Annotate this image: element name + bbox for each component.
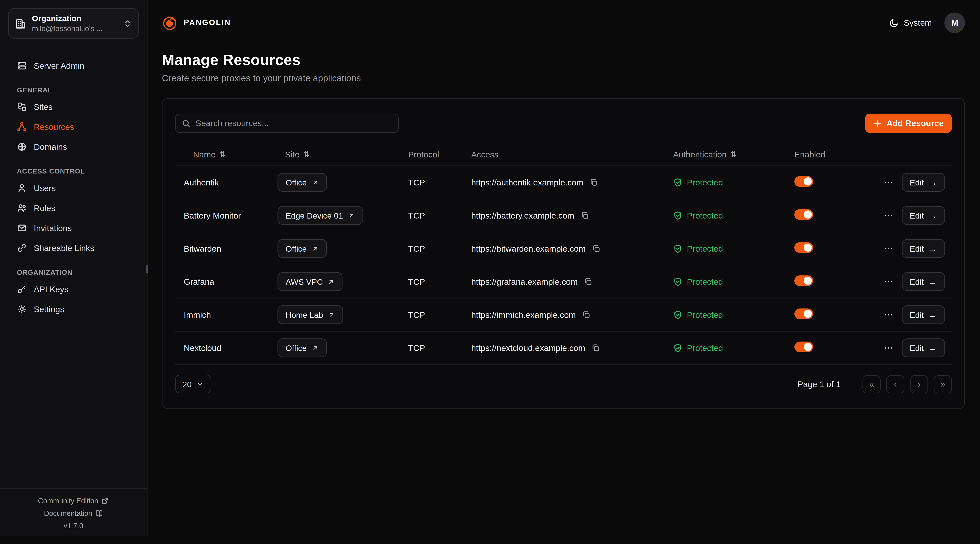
site-link-button[interactable]: Office — [278, 239, 327, 258]
avatar-initial: M — [951, 18, 958, 27]
arrow-right-icon: → — [929, 211, 937, 220]
sidebar-resize-handle[interactable] — [146, 265, 148, 274]
table-header-row: Name⇅ Site⇅ Protocol Access Authenticati… — [175, 143, 952, 166]
enabled-toggle[interactable] — [794, 341, 813, 352]
resource-name: Bitwarden — [184, 244, 278, 253]
sidebar-item-api-keys[interactable]: API Keys — [0, 279, 147, 299]
row-menu-button[interactable]: ⋯ — [884, 309, 893, 320]
sidebar-item-shareable-links[interactable]: Shareable Links — [0, 238, 147, 258]
toggle-knob — [804, 244, 812, 252]
server-icon — [17, 60, 27, 70]
row-menu-button[interactable]: ⋯ — [884, 342, 893, 353]
documentation-label: Documentation — [44, 509, 92, 517]
row-menu-button[interactable]: ⋯ — [884, 276, 893, 287]
edit-button[interactable]: Edit→ — [902, 305, 945, 324]
toggle-knob — [804, 310, 812, 318]
sort-by-authentication-button[interactable]: Authentication⇅ — [673, 150, 737, 159]
enabled-toggle[interactable] — [794, 275, 813, 286]
user-icon — [17, 183, 27, 193]
copy-button[interactable] — [584, 277, 593, 286]
sidebar-item-resources[interactable]: Resources — [0, 117, 147, 137]
site-link-button[interactable]: AWS VPC — [278, 272, 343, 291]
arrow-up-right-icon — [328, 278, 334, 285]
sidebar-item-label: Users — [34, 183, 56, 193]
sidebar-nav: Server Admin GENERAL Sites Resources Dom… — [0, 47, 147, 488]
sort-by-name-button[interactable]: Name⇅ — [193, 150, 226, 159]
copy-icon — [592, 344, 600, 352]
copy-button[interactable] — [592, 344, 600, 352]
page-head: Manage Resources Create secure proxies t… — [148, 45, 980, 83]
table-row: Grafana AWS VPC TCP https://grafana.exam… — [175, 265, 952, 298]
header-access: Access — [471, 150, 673, 159]
site-link-button[interactable]: Office — [278, 173, 327, 192]
sidebar-item-settings[interactable]: Settings — [0, 299, 147, 319]
site-link-button[interactable]: Office — [278, 338, 327, 357]
enabled-toggle[interactable] — [794, 308, 813, 319]
copy-button[interactable] — [590, 178, 598, 187]
enabled-toggle[interactable] — [794, 176, 813, 187]
auth-status: Protected — [687, 343, 723, 352]
last-page-button[interactable]: » — [934, 375, 952, 393]
table-row: Nextcloud Office TCP https://nextcloud.e… — [175, 331, 952, 365]
topbar-right: System M — [889, 12, 965, 33]
section-label-access-control: ACCESS CONTROL — [0, 157, 147, 178]
arrow-right-icon: → — [929, 277, 937, 286]
access-url: https://immich.example.com — [471, 310, 576, 319]
pangolin-logo-icon — [161, 14, 178, 31]
page-size-select[interactable]: 20 — [175, 374, 212, 393]
documentation-link[interactable]: Documentation — [44, 509, 103, 517]
edit-button[interactable]: Edit→ — [902, 338, 945, 357]
arrow-up-right-icon — [312, 344, 318, 351]
protocol-label: TCP — [408, 310, 471, 319]
edit-button[interactable]: Edit→ — [902, 173, 945, 192]
site-link-button[interactable]: Home Lab — [278, 305, 343, 324]
enabled-toggle[interactable] — [794, 242, 813, 253]
theme-selector-button[interactable]: System — [889, 18, 932, 27]
access-url: https://grafana.example.com — [471, 277, 578, 286]
edit-button[interactable]: Edit→ — [902, 206, 945, 225]
copy-button[interactable] — [581, 211, 589, 220]
copy-button[interactable] — [592, 244, 601, 253]
arrow-right-icon: → — [929, 178, 937, 187]
copy-icon — [581, 211, 589, 220]
avatar[interactable]: M — [944, 12, 965, 33]
gear-icon — [17, 304, 27, 314]
first-page-button[interactable]: « — [862, 375, 881, 393]
brand: PANGOLIN — [161, 14, 231, 31]
site-link-button[interactable]: Edge Device 01 — [278, 206, 363, 225]
sidebar-item-invitations[interactable]: Invitations — [0, 218, 147, 238]
community-edition-link[interactable]: Community Edition — [38, 497, 109, 504]
row-menu-button[interactable]: ⋯ — [884, 210, 893, 221]
shield-check-icon — [673, 343, 682, 352]
search-input[interactable] — [196, 119, 392, 128]
arrow-up-right-icon — [312, 245, 318, 252]
sidebar-item-users[interactable]: Users — [0, 178, 147, 198]
shield-check-icon — [673, 277, 682, 286]
sites-icon — [17, 102, 27, 112]
edit-button[interactable]: Edit→ — [902, 272, 945, 291]
pagination: Page 1 of 1 « ‹ › » — [797, 375, 952, 393]
sort-by-site-button[interactable]: Site⇅ — [285, 150, 310, 159]
table-row: Immich Home Lab TCP https://immich.examp… — [175, 298, 952, 331]
add-resource-button[interactable]: Add Resource — [865, 114, 952, 133]
shield-check-icon — [673, 310, 682, 319]
row-menu-button[interactable]: ⋯ — [884, 243, 893, 254]
next-page-button[interactable]: › — [910, 375, 928, 393]
header-site: Site — [285, 150, 299, 159]
sidebar-item-roles[interactable]: Roles — [0, 198, 147, 218]
org-title: Organization — [32, 14, 118, 23]
add-resource-label: Add Resource — [886, 119, 944, 128]
org-selector[interactable]: Organization milo@fossorial.io's ... — [8, 8, 138, 38]
main-area: PANGOLIN System M Manage Resources Creat… — [148, 0, 980, 536]
row-menu-button[interactable]: ⋯ — [884, 177, 893, 188]
copy-button[interactable] — [582, 310, 591, 319]
access-url: https://authentik.example.com — [471, 178, 583, 187]
sidebar-item-sites[interactable]: Sites — [0, 97, 147, 117]
org-subtitle: milo@fossorial.io's ... — [32, 24, 118, 33]
resource-name: Immich — [184, 310, 278, 319]
previous-page-button[interactable]: ‹ — [886, 375, 904, 393]
sidebar-item-domains[interactable]: Domains — [0, 137, 147, 157]
enabled-toggle[interactable] — [794, 209, 813, 220]
edit-button[interactable]: Edit→ — [902, 239, 945, 258]
sidebar-item-server-admin[interactable]: Server Admin — [0, 56, 147, 76]
